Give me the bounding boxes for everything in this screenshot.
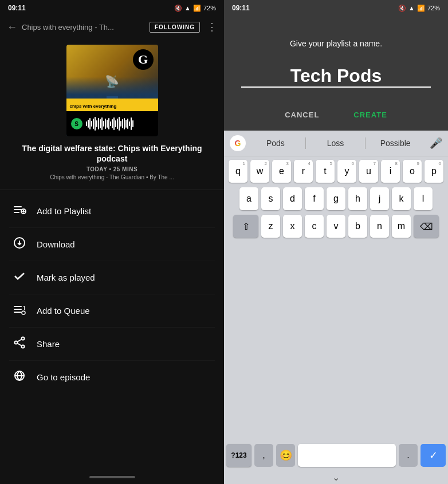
more-options-button[interactable]: ⋮	[205, 21, 217, 33]
key-b[interactable]: b	[348, 215, 367, 238]
wave-bar	[132, 120, 133, 127]
wave-bar	[125, 120, 127, 128]
menu-item-share[interactable]: Share	[9, 328, 215, 361]
key-v[interactable]: v	[327, 215, 345, 238]
key-t[interactable]: t5	[316, 160, 335, 183]
svg-line-17	[18, 340, 22, 342]
mic-icon[interactable]: 🎤	[425, 137, 442, 149]
wave-bar	[110, 121, 111, 126]
key-z[interactable]: z	[261, 215, 280, 238]
wave-bar	[96, 120, 97, 127]
following-badge[interactable]: FOLLOWING	[150, 22, 200, 33]
playlist-name-input[interactable]	[241, 65, 431, 86]
backspace-key[interactable]: ⌫	[414, 215, 439, 238]
key-m[interactable]: m	[392, 215, 411, 238]
suggestion-possible[interactable]: Possible	[368, 139, 423, 148]
bottom-bar-right: ⌄	[224, 470, 448, 484]
key-f[interactable]: f	[305, 187, 324, 210]
check-icon	[11, 269, 27, 286]
divider	[0, 190, 224, 190]
right-panel: 09:11 🔇 ▲ 📶 72% Give your playlist a nam…	[224, 0, 448, 484]
key-w[interactable]: w2	[250, 160, 269, 183]
key-e[interactable]: e3	[272, 160, 291, 183]
menu-item-go-to-episode[interactable]: Go to episode	[9, 361, 215, 394]
chevron-down-icon[interactable]: ⌄	[332, 472, 340, 483]
home-indicator-left	[89, 476, 135, 478]
wave-bar	[88, 120, 89, 128]
playlist-name-dialog: Give your playlist a name. CANCEL CREATE	[224, 16, 448, 131]
menu-item-add-to-playlist[interactable]: Add to Playlist	[9, 195, 215, 228]
suggestion-divider-2	[365, 137, 366, 149]
download-icon	[11, 236, 27, 253]
key-row-3: ⇧ z x c v b n m ⌫	[226, 215, 446, 238]
suggestion-loss[interactable]: Loss	[308, 139, 363, 148]
key-x[interactable]: x	[283, 215, 302, 238]
wave-bar	[119, 117, 120, 131]
key-h[interactable]: h	[348, 187, 367, 210]
cancel-button[interactable]: CANCEL	[285, 111, 319, 119]
key-r[interactable]: r4	[294, 160, 313, 183]
key-j[interactable]: j	[370, 187, 389, 210]
svg-rect-10	[14, 312, 22, 313]
key-u[interactable]: u7	[359, 160, 378, 183]
wifi-icon-right: ▲	[408, 5, 415, 11]
menu-item-mark-as-played[interactable]: Mark as played	[9, 261, 215, 294]
shift-key[interactable]: ⇧	[233, 215, 258, 238]
key-p[interactable]: p0	[425, 160, 443, 183]
key-c[interactable]: c	[305, 215, 324, 238]
svg-rect-0	[14, 206, 22, 207]
key-q[interactable]: q1	[229, 160, 247, 183]
top-bar: ← Chips with everything - Th... FOLLOWIN…	[0, 16, 224, 38]
status-icons-right: 🔇 ▲ 📶 72%	[398, 5, 440, 12]
spotify-logo: S	[71, 118, 82, 129]
comma-key[interactable]: ,	[254, 444, 273, 467]
svg-rect-1	[14, 209, 22, 210]
svg-rect-9	[14, 309, 22, 310]
left-panel: 09:11 🔇 ▲ 📶 72% ← Chips with everything …	[0, 0, 224, 484]
signal-icon-right: 📶	[417, 5, 425, 12]
podcast-title: The digital welfare state: Chips with Ev…	[11, 143, 213, 164]
key-l[interactable]: l	[414, 187, 433, 210]
space-key[interactable]	[298, 444, 396, 467]
key-g[interactable]: g	[327, 187, 345, 210]
wave-bar	[95, 117, 96, 131]
key-row-2: a s d f g h j k l	[226, 187, 446, 210]
wave-bar	[103, 121, 104, 127]
podcast-info: The digital welfare state: Chips with Ev…	[0, 141, 224, 185]
key-n[interactable]: n	[370, 215, 389, 238]
guardian-logo: G	[133, 49, 154, 70]
wave-bar	[120, 121, 121, 127]
send-key[interactable]: ✓	[421, 444, 446, 467]
key-a[interactable]: a	[239, 187, 258, 210]
art-label-strip: chips with everything	[66, 99, 158, 111]
suggestion-pods[interactable]: Pods	[248, 139, 303, 148]
podcast-meta: TODAY • 25 MINS	[11, 166, 213, 172]
back-button[interactable]: ←	[7, 21, 17, 33]
wave-bar	[89, 118, 91, 129]
key-s[interactable]: s	[261, 187, 280, 210]
create-button[interactable]: CREATE	[353, 111, 387, 119]
wave-bar	[122, 119, 123, 128]
queue-icon	[11, 302, 27, 319]
key-y[interactable]: y6	[337, 160, 356, 183]
menu-item-add-to-queue[interactable]: Add to Queue	[9, 294, 215, 328]
menu-item-download[interactable]: Download	[9, 228, 215, 261]
podcast-sub: Chips with everything - The Guardian • B…	[11, 174, 213, 180]
time-left: 09:11	[8, 4, 26, 12]
wave-bar	[101, 117, 103, 130]
signal-icon: 📶	[193, 5, 201, 12]
key-o[interactable]: o9	[403, 160, 422, 183]
key-i[interactable]: i8	[381, 160, 400, 183]
time-right: 09:11	[232, 4, 250, 12]
key-d[interactable]: d	[283, 187, 302, 210]
wave-bar	[108, 118, 109, 129]
key-k[interactable]: k	[392, 187, 411, 210]
period-key[interactable]: .	[399, 444, 418, 467]
wave-bar	[91, 121, 92, 127]
emoji-key[interactable]: 😊	[276, 444, 295, 467]
num-sym-key[interactable]: ?123	[226, 444, 251, 467]
menu-label-add-to-playlist: Add to Playlist	[37, 206, 91, 216]
podcast-artwork: G 📡 chips with everything S	[66, 45, 158, 136]
suggestions-bar: G Pods Loss Possible 🎤	[224, 131, 448, 156]
share-icon	[11, 336, 27, 352]
